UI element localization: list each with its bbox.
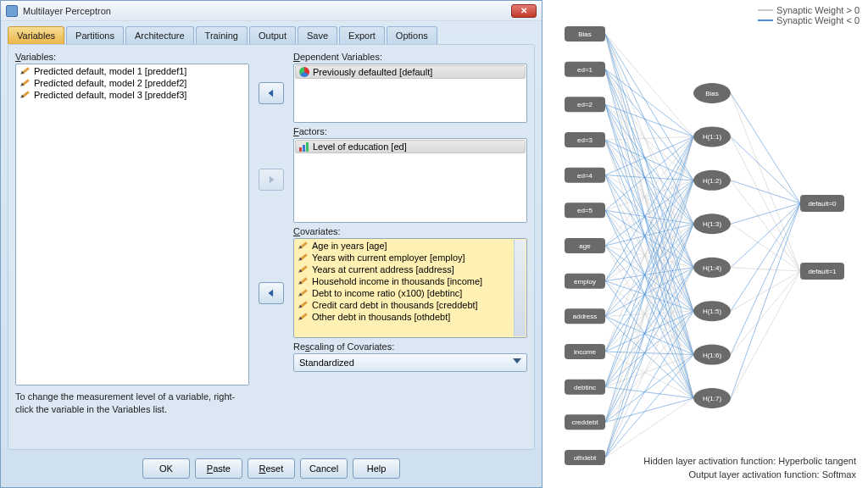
svg-text:H(1:5): H(1:5) (703, 308, 722, 315)
scale-icon (298, 241, 309, 251)
svg-text:H(1:3): H(1:3) (703, 220, 722, 228)
svg-line-7 (605, 69, 693, 137)
svg-text:H(1:1): H(1:1) (703, 133, 722, 141)
svg-line-105 (731, 203, 800, 398)
svg-text:creddebt: creddebt (571, 419, 598, 426)
tab-save[interactable]: Save (298, 26, 337, 44)
svg-line-60 (605, 311, 693, 316)
svg-line-93 (731, 136, 800, 203)
move-buttons-column (254, 52, 288, 385)
svg-line-91 (731, 93, 800, 203)
tab-training[interactable]: Training (196, 26, 248, 44)
dv-label: Dependent Variables: (293, 52, 527, 62)
svg-text:employ: employ (574, 278, 596, 286)
scale-icon (298, 252, 309, 263)
move-to-covariates-button[interactable] (259, 282, 284, 304)
scale-icon (20, 66, 31, 76)
dependent-variables-list[interactable]: Previously defaulted [default] (293, 64, 527, 123)
svg-text:debtinc: debtinc (574, 384, 596, 391)
svg-text:address: address (573, 313, 597, 320)
list-item[interactable]: Debt to income ratio (x100) [debtinc] (295, 287, 526, 299)
rescale-value: Standardized (299, 358, 354, 368)
close-button[interactable]: ✕ (511, 4, 537, 18)
diagram-caption: Hidden layer activation function: Hyperb… (643, 455, 856, 481)
target-lists-column: Dependent Variables: Previously defaulte… (293, 52, 527, 442)
svg-text:ed=5: ed=5 (577, 207, 593, 214)
legend: Synaptic Weight > 0 Synaptic Weight < 0 (758, 5, 860, 25)
source-variables-list[interactable]: Predicted default, model 1 [preddef1]Pre… (15, 64, 249, 385)
svg-text:H(1:4): H(1:4) (703, 264, 722, 272)
svg-line-92 (731, 93, 800, 271)
tab-output[interactable]: Output (249, 26, 296, 44)
cancel-button[interactable]: Cancel (300, 458, 348, 479)
covariates-label: Covariates: (293, 226, 527, 236)
variables-panel: Variables: Predicted default, model 1 [p… (8, 44, 535, 450)
nominal-icon (299, 67, 309, 77)
reset-button[interactable]: Reset (248, 458, 295, 479)
tab-partitions[interactable]: Partitions (66, 26, 124, 44)
help-button[interactable]: Help (353, 458, 400, 479)
svg-text:othdebt: othdebt (574, 454, 597, 462)
scrollbar[interactable] (514, 240, 526, 336)
svg-text:income: income (574, 348, 596, 356)
mlp-dialog: Multilayer Perceptron ✕ VariablesPartiti… (0, 0, 542, 488)
list-item[interactable]: Other debt in thousands [othdebt] (295, 311, 526, 323)
svg-line-67 (605, 311, 693, 352)
move-to-factors-button[interactable] (259, 169, 284, 191)
list-item[interactable]: Years at current address [address] (295, 263, 526, 275)
svg-text:ed=3: ed=3 (577, 136, 593, 144)
factors-list[interactable]: Level of education [ed] (293, 138, 527, 223)
scale-icon (298, 264, 309, 274)
list-item[interactable]: Age in years [age] (295, 240, 526, 252)
svg-text:ed=2: ed=2 (577, 101, 593, 108)
list-item[interactable]: Predicted default, model 2 [preddef2] (17, 77, 248, 89)
svg-line-104 (731, 271, 800, 355)
list-item[interactable]: Credit card debt in thousands [creddebt] (295, 299, 526, 311)
svg-line-84 (605, 136, 693, 458)
svg-line-95 (731, 180, 800, 203)
tab-bar: VariablesPartitionsArchitectureTrainingO… (1, 21, 542, 44)
titlebar: Multilayer Perceptron ✕ (1, 1, 542, 21)
ok-button[interactable]: OK (142, 458, 190, 479)
tab-options[interactable]: Options (387, 26, 437, 44)
network-diagram: Synaptic Weight > 0 Synaptic Weight < 0 … (542, 0, 868, 488)
move-to-dv-button[interactable] (259, 82, 284, 104)
list-item[interactable]: Years with current employer [employ] (295, 252, 526, 263)
svg-line-56 (605, 136, 693, 316)
svg-text:H(1:6): H(1:6) (703, 352, 722, 359)
variables-label: Variables: (15, 52, 249, 62)
scale-icon (298, 312, 309, 322)
svg-line-98 (731, 224, 800, 271)
hint-text: To change the measurement level of a var… (15, 391, 249, 415)
covariates-list[interactable]: Age in years [age]Years with current emp… (293, 238, 527, 338)
svg-text:Bias: Bias (705, 90, 719, 97)
list-item[interactable]: Predicted default, model 3 [preddef3] (17, 89, 248, 101)
scale-icon (298, 300, 309, 310)
svg-line-0 (605, 34, 693, 136)
svg-text:ed=1: ed=1 (577, 66, 593, 74)
svg-line-97 (731, 203, 800, 224)
svg-text:default=1: default=1 (808, 268, 837, 275)
svg-text:Bias: Bias (578, 30, 592, 38)
svg-line-90 (605, 398, 693, 458)
tab-architecture[interactable]: Architecture (125, 26, 194, 44)
scale-icon (298, 288, 309, 298)
network-svg: Biased=1ed=2ed=3ed=4ed=5ageemployaddress… (542, 0, 868, 488)
tab-variables[interactable]: Variables (8, 26, 64, 44)
svg-line-21 (605, 136, 693, 140)
svg-line-89 (605, 355, 693, 458)
tab-export[interactable]: Export (339, 26, 385, 44)
ordinal-icon (299, 141, 309, 152)
list-item[interactable]: Previously defaulted [default] (295, 65, 526, 79)
scale-icon (20, 90, 31, 100)
svg-text:age: age (579, 242, 591, 250)
chevron-down-icon (513, 358, 521, 368)
paste-button[interactable]: Paste (195, 458, 242, 479)
list-item[interactable]: Predicted default, model 1 [preddef1] (17, 65, 248, 77)
list-item[interactable]: Household income in thousands [income] (295, 275, 526, 287)
svg-text:ed=4: ed=4 (577, 172, 593, 180)
list-item[interactable]: Level of education [ed] (295, 140, 526, 153)
svg-line-55 (605, 281, 693, 398)
svg-text:H(1:2): H(1:2) (703, 177, 722, 185)
rescale-dropdown[interactable]: Standardized (293, 353, 527, 372)
